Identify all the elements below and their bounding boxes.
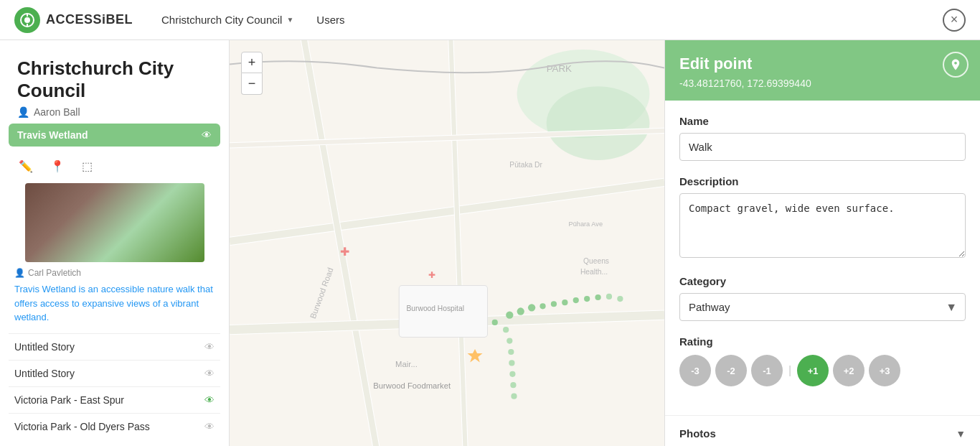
photos-label: Photos [679, 427, 716, 440]
rating-minus1-button[interactable]: -1 [751, 355, 783, 386]
main-layout: Christchurch City Council 👤 Aaron Ball T… [0, 40, 980, 446]
svg-point-37 [509, 371, 515, 377]
svg-point-38 [510, 382, 516, 388]
edit-panel-title: Edit point [679, 55, 966, 73]
rating-label: Rating [679, 335, 966, 348]
svg-point-39 [511, 394, 517, 399]
edit-panel-coords: -43.48121760, 172.69399440 [679, 78, 966, 89]
description-textarea[interactable]: Compact gravel, wide even surface. [679, 193, 966, 258]
story-description: Travis Wetland is an accessible nature w… [9, 282, 220, 333]
svg-point-27 [573, 297, 579, 303]
location-pin-icon [943, 52, 969, 78]
author-icon: 👤 [14, 268, 25, 278]
rating-buttons: -3 -2 -1 | +1 +2 +3 [679, 355, 966, 386]
svg-point-28 [584, 296, 590, 302]
user-icon: 👤 [17, 106, 29, 118]
svg-text:Pūhara Ave: Pūhara Ave [568, 220, 603, 228]
app-header: ACCESSiBEL Christchurch City Council ▼ U… [0, 0, 980, 40]
rating-plus2-button[interactable]: +2 [833, 355, 864, 386]
org-name: Christchurch City Council [161, 14, 282, 26]
story-actions: ✏️ 📍 ⬚ [9, 152, 220, 183]
zoom-out-button[interactable]: − [241, 73, 263, 95]
list-item[interactable]: Victoria Park - East Spur 👁 [9, 386, 220, 413]
svg-point-29 [595, 294, 600, 300]
location-story-button[interactable]: 📍 [46, 157, 69, 176]
list-item[interactable]: Untitled Story 👁 [9, 360, 220, 386]
map-controls: + − [241, 52, 263, 95]
eye-on-icon: 👁 [204, 394, 215, 406]
list-item[interactable]: Victoria Park - Old Dyers Pass 👁 [9, 413, 220, 440]
rating-plus1-button[interactable]: +1 [797, 355, 829, 386]
svg-point-24 [540, 303, 545, 309]
story-image-placeholder [25, 183, 204, 262]
story-list: Travis Wetland 👁 ✏️ 📍 ⬚ 👤 Carl Pavletich… [0, 124, 229, 446]
story-author: 👤 Carl Pavletich [9, 268, 220, 282]
story-image [25, 183, 204, 262]
rating-plus3-button[interactable]: +3 [869, 355, 900, 386]
edit-panel-body: Name Description Compact gravel, wide ev… [665, 101, 980, 415]
org-selector[interactable]: Christchurch City Council ▼ [156, 11, 299, 29]
svg-point-25 [551, 301, 557, 307]
name-input[interactable] [679, 133, 966, 161]
sidebar-header: Christchurch City Council 👤 Aaron Ball [0, 40, 229, 124]
rating-minus3-button[interactable]: -3 [679, 355, 711, 386]
svg-text:Burwood Hospital: Burwood Hospital [407, 305, 464, 313]
svg-text:Burwood Foodmarket: Burwood Foodmarket [373, 381, 451, 390]
story-item-name: Victoria Park - Old Dyers Pass [14, 421, 150, 432]
logo-area: ACCESSiBEL [14, 7, 133, 33]
close-overlay-button[interactable]: × [943, 9, 966, 32]
svg-text:Mair...: Mair... [395, 360, 418, 368]
category-select-wrapper: Pathway Road Trail Ramp Steps ▼ [679, 293, 966, 321]
edit-story-button[interactable]: ✏️ [14, 157, 37, 176]
logo-text: ACCESSiBEL [46, 12, 133, 27]
svg-point-22 [517, 307, 524, 315]
map-area[interactable]: Burwood Road Burwood Hospital ✚ [230, 40, 664, 446]
chevron-down-icon: ▼ [286, 16, 293, 24]
chevron-down-icon: ▼ [956, 428, 966, 440]
nav-users-link[interactable]: Users [311, 11, 350, 29]
active-story-name: Travis Wetland [17, 129, 88, 141]
name-label: Name [679, 115, 966, 127]
map-background: Burwood Road Burwood Hospital ✚ [230, 40, 664, 446]
svg-point-36 [509, 360, 514, 366]
list-item[interactable]: Untitled Story 👁 [9, 333, 220, 360]
edit-panel-header: Edit point -43.48121760, 172.69399440 [665, 40, 980, 101]
story-items: Untitled Story 👁 Untitled Story 👁 Victor… [9, 333, 220, 440]
story-item-name: Untitled Story [14, 368, 75, 379]
svg-point-6 [547, 86, 650, 160]
svg-text:Pūtaka Dr: Pūtaka Dr [509, 161, 542, 169]
svg-text:Queens: Queens [583, 257, 609, 265]
svg-point-32 [492, 320, 498, 325]
user-name: Aaron Ball [34, 106, 80, 118]
active-story-item[interactable]: Travis Wetland 👁 [9, 124, 220, 147]
edit-panel: Edit point -43.48121760, 172.69399440 Na… [664, 40, 980, 446]
svg-point-30 [606, 294, 612, 299]
rating-group: Rating -3 -2 -1 | +1 +2 +3 [679, 335, 966, 386]
svg-text:✚: ✚ [340, 245, 349, 258]
zoom-in-button[interactable]: + [241, 52, 263, 73]
boundary-story-button[interactable]: ⬚ [77, 157, 97, 176]
story-item-name: Untitled Story [14, 341, 75, 353]
description-label: Description [679, 175, 966, 187]
svg-point-31 [617, 296, 623, 302]
name-form-group: Name [679, 115, 966, 161]
eye-off-icon: 👁 [204, 368, 215, 379]
svg-point-34 [507, 338, 512, 343]
svg-point-1 [24, 17, 30, 23]
rating-minus2-button[interactable]: -2 [715, 355, 747, 386]
svg-text:Health...: Health... [580, 268, 608, 276]
svg-text:✚: ✚ [428, 270, 435, 280]
eye-off-icon: 👁 [204, 341, 215, 353]
svg-point-21 [506, 312, 513, 319]
photos-section[interactable]: Photos ▼ [665, 415, 980, 446]
eye-off-icon: 👁 [204, 421, 215, 432]
sidebar: Christchurch City Council 👤 Aaron Ball T… [0, 40, 230, 446]
sidebar-title: Christchurch City Council [17, 57, 212, 102]
category-select[interactable]: Pathway Road Trail Ramp Steps [679, 293, 966, 321]
sidebar-user: 👤 Aaron Ball [17, 106, 212, 118]
svg-point-23 [528, 304, 535, 311]
svg-point-35 [508, 349, 514, 355]
category-label: Category [679, 275, 966, 287]
svg-point-33 [503, 327, 509, 333]
map-svg: Burwood Road Burwood Hospital ✚ [230, 40, 664, 446]
